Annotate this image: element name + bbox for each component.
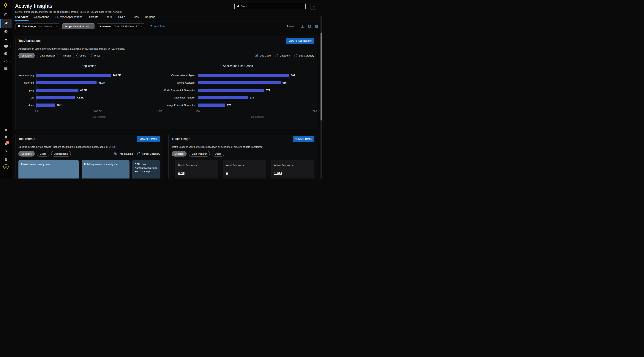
treemap-tile[interactable]: SSH User Authentication Brute Force Atte… — [132, 160, 160, 179]
filter-time-range[interactable]: Time Range: Last 3 Hours ✕ — [15, 23, 60, 29]
reset-button[interactable]: Reset — [286, 25, 294, 28]
star-icon — [4, 127, 8, 132]
sidebar-item-activity-insights[interactable]: › — [0, 19, 12, 28]
chip-sessions[interactable]: Sessions — [18, 151, 35, 157]
sidebar-item-security-posture[interactable]: › — [0, 50, 12, 58]
bar-value: 42.8K — [77, 96, 84, 99]
bar[interactable] — [36, 89, 78, 92]
view-all-traffic-button[interactable]: View All Traffic — [293, 136, 314, 142]
radio-icon — [275, 54, 278, 57]
radio-icon — [114, 152, 117, 155]
sidebar-item-command-center[interactable] — [0, 11, 12, 19]
card-description: Applications in your network with the mo… — [16, 45, 317, 51]
sidebar-item-workflows[interactable]: › — [0, 58, 12, 65]
filter-scope-selection[interactable]: Scope Selection: All ⌄ — [62, 23, 94, 29]
download-icon[interactable] — [301, 25, 304, 28]
search-input[interactable] — [241, 5, 304, 8]
tab-users[interactable]: Users — [104, 15, 112, 21]
page-title: Activity Insights — [15, 3, 52, 9]
sidebar-item-reports[interactable]: › — [0, 65, 12, 72]
bar-value: 371 — [266, 89, 270, 92]
radio-icon — [255, 54, 258, 57]
radio-sub-category[interactable]: Sub Category — [294, 54, 314, 57]
grouping-radios: Threat Name Threat Category — [114, 152, 160, 155]
scrollbar[interactable] — [320, 16, 322, 179]
tab-urls[interactable]: URLs — [118, 15, 125, 21]
scrollbar-thumb[interactable] — [320, 33, 322, 121]
treemap-tile[interactable]: Parked:kentonsawdy.com — [18, 160, 79, 179]
sidebar-item-incidents-alerts[interactable]: › — [0, 35, 12, 43]
view-all-applications-button[interactable]: View All Applications — [286, 38, 314, 44]
chevron-down-icon: ⌄ — [90, 25, 92, 28]
chip-users[interactable]: Users — [212, 151, 224, 157]
shield-check-icon — [4, 52, 8, 56]
filter-subtenant[interactable]: Subtenant: Cloud SASE Demo 2.0 ⌄ — [97, 23, 145, 29]
bar[interactable] — [36, 104, 55, 107]
schedule-calendar-icon[interactable] — [315, 25, 318, 28]
chevron-right-icon: › — [10, 60, 10, 62]
chip-urls[interactable]: URLs — [91, 53, 104, 58]
radio-label: Sub Category — [299, 54, 314, 57]
bar[interactable] — [198, 96, 248, 99]
x-axis-ticks: 100 1000 — [198, 110, 314, 113]
filter-time-range-clear[interactable]: ✕ — [54, 24, 60, 29]
bar[interactable] — [36, 74, 111, 77]
tab-regions[interactable]: Regions — [145, 15, 155, 21]
radio-threat-category[interactable]: Threat Category — [137, 152, 160, 155]
global-search[interactable] — [234, 3, 306, 9]
sidebar-item-notifications[interactable]: 9+ — [0, 141, 12, 148]
tab-threats[interactable]: Threats — [89, 15, 98, 21]
chip-sessions[interactable]: Sessions — [18, 53, 35, 58]
bar[interactable] — [198, 74, 289, 77]
grouping-radios: Use Case Category Sub Category — [255, 54, 314, 57]
chip-data-transfer[interactable]: Data Transfer — [188, 151, 210, 157]
radio-threat-name[interactable]: Threat Name — [114, 152, 133, 155]
sidebar-expand-button[interactable]: › — [0, 172, 12, 179]
treemap-tile[interactable]: Phishing:slearncommnuity.me — [82, 160, 130, 179]
add-filter-button[interactable]: Add Filter — [150, 25, 166, 28]
radio-label: Use Case — [260, 54, 270, 57]
sidebar-item-dashboards[interactable] — [0, 28, 12, 35]
add-filter-label: Add Filter — [154, 25, 166, 28]
stat-block-sessions: Block Sessions 6.2K — [175, 160, 218, 179]
sidebar-item-monitor[interactable]: › — [0, 43, 12, 50]
chip-session[interactable]: Session — [172, 151, 186, 157]
radio-icon — [294, 54, 297, 57]
radio-category[interactable]: Category — [275, 54, 290, 57]
chip-data-transfer[interactable]: Data Transfer — [37, 53, 58, 58]
sidebar-item-settings[interactable] — [0, 133, 12, 141]
tab-applications[interactable]: Applications — [34, 15, 49, 21]
bar[interactable] — [36, 81, 96, 84]
tab-rules[interactable]: Rules — [132, 15, 139, 21]
radio-label: Category — [280, 54, 290, 57]
bar[interactable] — [198, 104, 225, 107]
app-logo[interactable] — [0, 0, 12, 11]
axis-tick: 1000 — [312, 110, 317, 113]
radio-use-case[interactable]: Use Case — [255, 54, 270, 57]
chevron-right-icon: › — [10, 38, 10, 40]
tab-overview[interactable]: Overview — [15, 15, 28, 21]
sidebar-item-user[interactable] — [0, 156, 12, 163]
sidebar-item-tenant[interactable]: CI — [0, 163, 12, 170]
chip-users[interactable]: Users — [76, 53, 89, 58]
bar[interactable] — [36, 96, 75, 99]
view-all-threats-button[interactable]: View All Threats — [137, 136, 160, 142]
chip-users[interactable]: Users — [37, 151, 49, 157]
radio-icon — [137, 152, 140, 155]
radio-label: Threat Category — [142, 152, 160, 155]
filter-label: Subtenant: — [99, 25, 112, 28]
filter-value: Last 3 Hours — [38, 25, 52, 28]
metric-chips: Sessions Users Applications — [18, 151, 71, 157]
bar[interactable] — [198, 81, 281, 84]
bar-row: ping 48.3K — [17, 86, 160, 94]
ai-copilot-button[interactable] — [310, 3, 317, 10]
bar-value: 609 — [291, 74, 295, 77]
sidebar-item-help[interactable]: ? — [0, 148, 12, 156]
bar[interactable] — [198, 89, 264, 92]
share-export-icon[interactable] — [308, 25, 311, 28]
chip-applications[interactable]: Applications — [51, 151, 71, 157]
tab-sdwan-applications[interactable]: SD-WAN Applications — [56, 15, 82, 21]
filter-time-range-body[interactable]: Time Range: Last 3 Hours — [16, 24, 54, 29]
chip-threats[interactable]: Threats — [60, 53, 74, 58]
sidebar-item-favorites[interactable] — [0, 126, 12, 133]
